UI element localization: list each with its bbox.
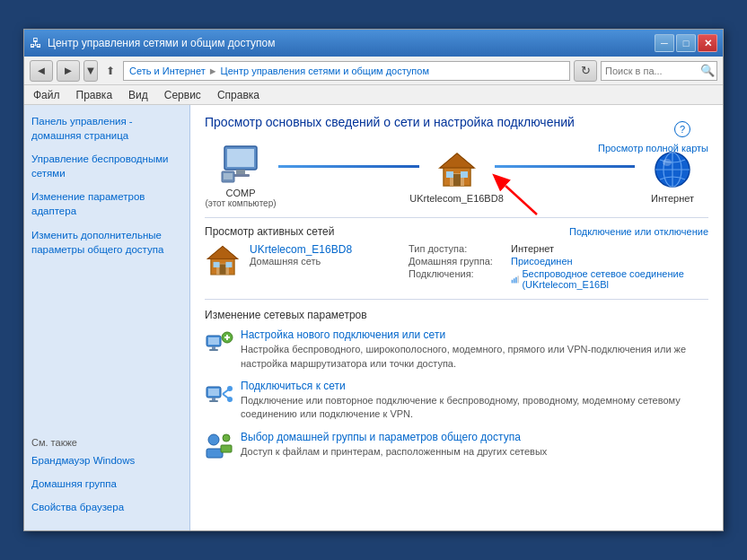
svg-rect-26 — [514, 278, 514, 283]
sidebar-link-wireless[interactable]: Управление беспроводными сетями — [31, 152, 182, 180]
sidebar-link-browser[interactable]: Свойства браузера — [31, 500, 182, 514]
history-dropdown[interactable]: ▼ — [83, 60, 98, 82]
svg-rect-45 — [221, 445, 232, 452]
arrow-annotation — [483, 170, 555, 226]
svg-rect-28 — [517, 276, 518, 283]
settings-item-3-content: Выбор домашней группы и параметров общег… — [241, 431, 708, 459]
svg-rect-32 — [209, 349, 218, 351]
page-title: Просмотр основных сведений о сети и наст… — [205, 114, 708, 130]
connection-label: Подключения: — [409, 268, 507, 290]
breadcrumb-item-1[interactable]: Сеть и Интернет — [129, 66, 206, 76]
home-group-label: Домашняя группа: — [409, 256, 507, 267]
svg-line-18 — [505, 186, 537, 214]
sidebar-link-adapter[interactable]: Изменение параметров адаптера — [31, 189, 182, 218]
settings-item-2-content: Подключиться к сети Подключение или повт… — [241, 380, 708, 422]
title-bar: 🖧 Центр управления сетями и общим доступ… — [24, 30, 723, 57]
new-connection-icon — [205, 328, 233, 357]
sidebar-link-sharing[interactable]: Изменить дополнительные параметры общего… — [31, 228, 182, 257]
svg-marker-22 — [207, 247, 237, 259]
svg-point-16 — [663, 159, 672, 166]
svg-rect-24 — [225, 262, 232, 267]
breadcrumb-item-2[interactable]: Центр управления сетями и общим доступом — [221, 66, 429, 76]
settings-section: Изменение сетевых параметров — [205, 309, 708, 459]
computer-sublabel: (этот компьютер) — [205, 198, 276, 208]
sidebar: Панель управления - домашняя страница Уп… — [24, 105, 190, 530]
menu-service[interactable]: Сервис — [161, 87, 205, 103]
address-bar: ◄ ► ▼ ⬆ Сеть и Интернет ► Центр управлен… — [24, 57, 723, 85]
svg-rect-39 — [209, 400, 218, 402]
settings-item-2: Подключиться к сети Подключение или повт… — [205, 380, 708, 422]
active-network-name[interactable]: UKrtelecom_E16BD8 — [250, 243, 400, 256]
svg-rect-5 — [224, 173, 233, 179]
settings-item-3-desc: Доступ к файлам и принтерам, расположенн… — [241, 445, 708, 459]
sidebar-link-homegroup[interactable]: Домашняя группа — [31, 477, 182, 491]
refresh-button[interactable]: ↻ — [574, 60, 597, 82]
router-icon — [435, 148, 479, 191]
internet-icon — [651, 148, 694, 191]
sidebar-link-firewall[interactable]: Брандмауэр Windows — [31, 453, 182, 468]
network-node-router: UKrtelecom_E16BD8 — [421, 148, 493, 204]
homegroup-icon — [205, 431, 233, 459]
separator-2 — [205, 299, 708, 300]
separator-1 — [205, 217, 708, 218]
svg-point-40 — [227, 386, 233, 391]
back-button[interactable]: ◄ — [30, 60, 53, 82]
see-also-title: См. также — [31, 437, 182, 448]
svg-rect-10 — [446, 171, 453, 178]
svg-rect-8 — [453, 174, 461, 186]
active-networks-title: Просмотр активных сетей — [205, 225, 334, 238]
active-network-info: UKrtelecom_E16BD8 Домашняя сеть — [250, 243, 400, 267]
connect-network-icon — [205, 380, 233, 408]
breadcrumb: Сеть и Интернет ► Центр управления сетям… — [123, 61, 570, 81]
svg-rect-31 — [212, 346, 215, 349]
svg-rect-11 — [461, 171, 468, 178]
up-button[interactable]: ⬆ — [101, 62, 119, 80]
help-button[interactable]: ? — [674, 121, 690, 137]
svg-rect-2 — [236, 170, 245, 174]
active-network-item: UKrtelecom_E16BD8 Домашняя сеть Тип дост… — [205, 243, 708, 290]
connect-disconnect-link[interactable]: Подключение или отключение — [569, 226, 708, 237]
search-button[interactable]: 🔍 — [699, 62, 716, 80]
menu-view[interactable]: Вид — [125, 87, 152, 103]
settings-item-3-title[interactable]: Выбор домашней группы и параметров общег… — [241, 431, 708, 443]
content-inner: ? Просмотр основных сведений о сети и на… — [205, 114, 708, 459]
svg-marker-9 — [440, 153, 474, 168]
minimize-button[interactable]: ─ — [655, 34, 674, 52]
settings-item-2-title[interactable]: Подключиться к сети — [241, 380, 708, 392]
forward-button[interactable]: ► — [57, 60, 80, 82]
access-type-label: Тип доступа: — [409, 243, 507, 254]
active-network-icon — [205, 243, 241, 279]
svg-point-41 — [227, 397, 233, 402]
settings-item-2-desc: Подключение или повторное подключение к … — [241, 394, 708, 422]
window-title: Центр управления сетями и общим доступом — [48, 37, 655, 49]
search-box: 🔍 — [601, 61, 717, 81]
main-layout: Панель управления - домашняя страница Уп… — [24, 105, 723, 530]
network-line-1 — [278, 165, 419, 168]
active-network-type: Домашняя сеть — [250, 256, 400, 267]
search-input[interactable] — [602, 66, 699, 76]
main-window: 🖧 Центр управления сетями и общим доступ… — [23, 29, 724, 531]
svg-rect-38 — [212, 398, 215, 400]
settings-title: Изменение сетевых параметров — [205, 309, 708, 321]
svg-point-44 — [223, 434, 230, 442]
active-networks-header: Просмотр активных сетей Подключение или … — [205, 225, 708, 238]
menu-edit[interactable]: Правка — [73, 87, 117, 103]
settings-item-1-desc: Настройка беспроводного, широкополосного… — [241, 343, 708, 371]
internet-label: Интернет — [651, 193, 694, 204]
access-type-value: Интернет — [511, 243, 708, 254]
home-group-value[interactable]: Присоединен — [511, 256, 708, 267]
network-node-internet: Интернет — [637, 148, 708, 204]
maximize-button[interactable]: □ — [676, 34, 696, 52]
view-full-map-link[interactable]: Просмотр полной карты — [598, 143, 708, 153]
close-button[interactable]: ✕ — [698, 34, 717, 52]
computer-icon — [219, 143, 262, 186]
svg-rect-23 — [214, 262, 220, 267]
network-line-2 — [495, 165, 636, 168]
menu-help[interactable]: Справка — [214, 87, 263, 103]
menu-file[interactable]: Файл — [30, 87, 64, 103]
active-network-details: Тип доступа: Интернет Домашняя группа: П… — [409, 243, 708, 290]
settings-item-1-title[interactable]: Настройка нового подключения или сети — [241, 328, 708, 341]
sidebar-link-home[interactable]: Панель управления - домашняя страница — [31, 114, 182, 143]
svg-rect-37 — [208, 389, 219, 396]
connection-value[interactable]: Беспроводное сетевое соединение (UKrtele… — [511, 268, 708, 290]
